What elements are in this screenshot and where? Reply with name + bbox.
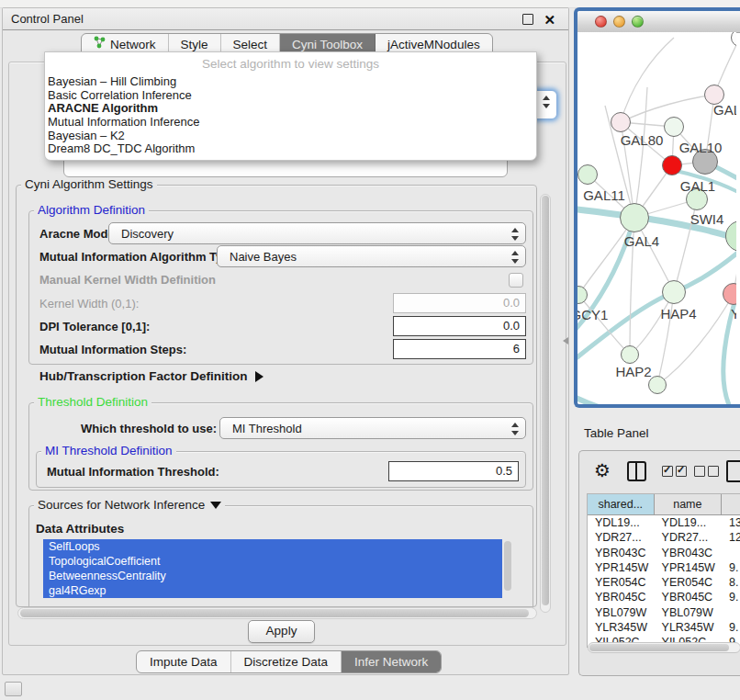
desktop: Control Panel ✕ NetworkStyleSelectCyni T… xyxy=(0,0,740,700)
table-row[interactable]: YDL19...YDL19...13 xyxy=(588,515,740,530)
mi-type-label: Mutual Information Algorithm Type: xyxy=(39,250,241,264)
scrollbar-thumb[interactable] xyxy=(589,644,729,651)
combo-stepper-icon xyxy=(543,96,550,108)
node-label: GAL xyxy=(713,102,736,118)
algorithm-option[interactable]: Bayesian – Hill Climbing xyxy=(45,75,536,89)
table-cell: YBR045C xyxy=(655,590,723,604)
table-cell: YPR145W xyxy=(655,560,723,575)
table-row[interactable]: YBR045CYBR045C9. xyxy=(588,590,740,604)
threshold-definition-legend: Threshold Definition xyxy=(34,395,151,409)
apply-button[interactable]: Apply xyxy=(248,620,315,643)
column-header[interactable]: shared... xyxy=(588,494,655,514)
mi-threshold-input[interactable]: 0.5 xyxy=(388,461,519,481)
algorithm-dropdown-popup: Select algorithm to view settings Bayesi… xyxy=(44,51,537,161)
table-cell: 9. xyxy=(722,590,740,604)
table-row[interactable]: YDR27...YDR27...12 xyxy=(588,530,740,545)
float-window-icon[interactable] xyxy=(522,14,533,25)
attribute-item[interactable]: TopologicalCoefficient xyxy=(43,554,502,569)
table-cell: YBL079W xyxy=(588,605,655,620)
scrollbar-thumb[interactable] xyxy=(542,196,549,605)
control-panel-title: Control Panel xyxy=(3,12,84,26)
table-cell: 13 xyxy=(722,515,740,530)
algorithm-option[interactable]: Mutual Information Inference xyxy=(45,116,536,130)
table-cell: YDL19... xyxy=(588,515,655,530)
mi-threshold-legend: MI Threshold Definition xyxy=(41,444,176,457)
network-node-gal1-red[interactable] xyxy=(662,155,682,175)
table-cell: YBR043C xyxy=(588,546,655,560)
settings-vertical-scrollbar[interactable] xyxy=(540,194,551,613)
settings-horizontal-scrollbar[interactable] xyxy=(17,607,537,619)
attribute-item[interactable]: SelfLoops xyxy=(43,539,502,554)
network-node-gal4[interactable] xyxy=(620,203,649,232)
hide-columns-icon[interactable] xyxy=(694,464,722,480)
mi-steps-input[interactable]: 6 xyxy=(393,339,526,359)
aracne-mode-combobox[interactable]: Discovery xyxy=(108,222,526,244)
algorithm-option[interactable]: Dream8 DC_TDC Algorithm xyxy=(45,142,536,156)
algorithm-option[interactable]: Bayesian – K2 xyxy=(45,130,536,143)
mi-type-combobox[interactable]: Naive Bayes xyxy=(217,245,526,267)
collapsed-panel-button[interactable] xyxy=(5,682,22,696)
split-columns-icon[interactable] xyxy=(627,461,646,481)
table-row[interactable]: YBR043CYBR043C xyxy=(588,546,740,560)
gear-icon[interactable]: ⚙ xyxy=(594,459,611,481)
close-traffic-light-icon[interactable] xyxy=(595,16,607,28)
kernel-width-input[interactable]: 0.0 xyxy=(393,293,526,313)
attributes-scrollbar[interactable] xyxy=(503,541,512,604)
network-node-gal80[interactable] xyxy=(611,112,631,132)
scrollbar-thumb[interactable] xyxy=(20,609,529,617)
sources-legend-text: Sources for Network Inference xyxy=(38,498,205,512)
manual-kernel-checkbox[interactable] xyxy=(509,273,523,288)
network-node-gal11[interactable] xyxy=(577,164,598,185)
column-header[interactable] xyxy=(722,494,740,514)
network-view-window: GALGAL80GAL10GAL1GAL11SWI4GAL4GCY1HAP4YH… xyxy=(574,7,740,408)
which-threshold-combobox[interactable]: MI Threshold xyxy=(219,417,526,439)
node-label: GAL1 xyxy=(680,178,715,194)
network-edge[interactable] xyxy=(634,87,647,218)
table-row[interactable]: YLR345WYLR345W9. xyxy=(588,620,740,635)
show-checked-columns-icon[interactable] xyxy=(662,464,690,480)
panel-divider-grip[interactable] xyxy=(563,337,568,344)
dpi-tolerance-label: DPI Tolerance [0,1]: xyxy=(39,320,150,333)
table-panel-toolbar: ⚙ xyxy=(579,458,740,486)
column-header[interactable]: name xyxy=(655,494,723,514)
table-horizontal-scrollbar[interactable] xyxy=(588,642,740,653)
dpi-tolerance-input[interactable]: 0.0 xyxy=(393,316,526,336)
table-cell: 8. xyxy=(722,575,740,590)
document-icon[interactable] xyxy=(726,460,740,482)
network-node-hap2[interactable] xyxy=(621,345,639,364)
network-edge[interactable] xyxy=(577,395,736,404)
minimize-traffic-light-icon[interactable] xyxy=(613,16,625,28)
table-cell: YLR345W xyxy=(655,620,723,635)
table-row[interactable]: YBL079WYBL079W xyxy=(588,605,740,620)
tab-infer-network[interactable]: Infer Network xyxy=(342,651,441,672)
close-icon[interactable]: ✕ xyxy=(544,9,555,30)
table-cell: YDR27... xyxy=(655,530,723,545)
network-edge[interactable] xyxy=(621,38,674,122)
hub-definition-toggle[interactable]: Hub/Transcription Factor Definition xyxy=(39,369,263,383)
algorithm-option[interactable]: ARACNE Algorithm xyxy=(45,102,536,116)
table-cell: YER054C xyxy=(655,575,723,590)
table-cell xyxy=(722,605,740,620)
which-threshold-value: MI Threshold xyxy=(232,422,302,435)
attribute-item[interactable]: gal4RGexp xyxy=(43,583,502,598)
mi-type-value: Naive Bayes xyxy=(230,250,297,264)
network-node-pale-green-top[interactable] xyxy=(664,117,684,137)
scrollbar-thumb[interactable] xyxy=(504,541,511,591)
table-cell: 9. xyxy=(722,620,740,635)
table-row[interactable]: YPR145WYPR145W9. xyxy=(588,560,740,575)
control-panel-titlebar: Control Panel ✕ xyxy=(3,8,568,30)
table-row[interactable]: YER054CYER054C8. xyxy=(588,575,740,590)
node-label: GAL11 xyxy=(583,187,625,203)
table-panel-title: Table Panel xyxy=(584,426,649,440)
tab-impute-data[interactable]: Impute Data xyxy=(137,651,231,672)
table-cell: 12 xyxy=(722,530,740,545)
algorithm-option[interactable]: Basic Correlation Inference xyxy=(45,89,536,103)
network-canvas[interactable]: GALGAL80GAL10GAL1GAL11SWI4GAL4GCY1HAP4YH… xyxy=(577,32,736,404)
sources-legend[interactable]: Sources for Network Inference xyxy=(34,498,225,512)
zoom-traffic-light-icon[interactable] xyxy=(632,16,644,28)
tab-discretize-data[interactable]: Discretize Data xyxy=(231,651,342,672)
network-node-hap4[interactable] xyxy=(662,280,686,304)
attribute-item[interactable]: BetweennessCentrality xyxy=(43,569,502,583)
table-cell: 9. xyxy=(722,560,740,575)
table-body: YDL19...YDL19...13YDR27...YDR27...12YBR0… xyxy=(588,515,740,648)
